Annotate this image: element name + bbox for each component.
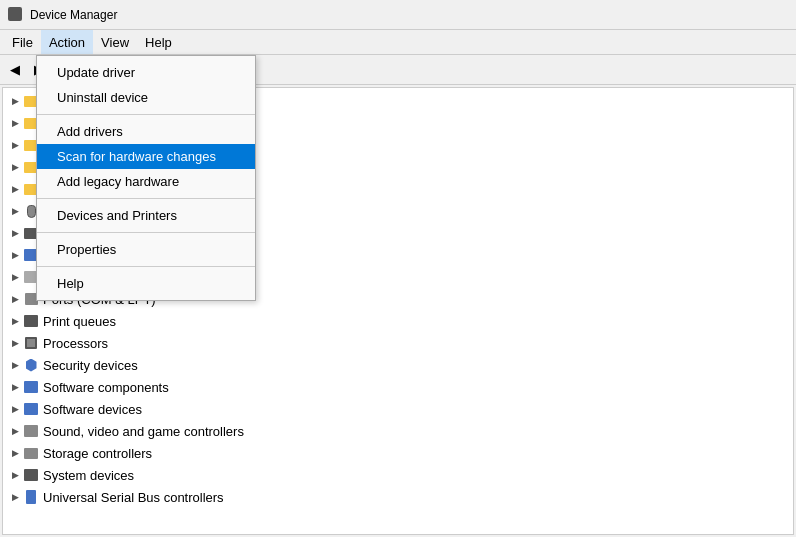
device-item-system[interactable]: ▶ System devices bbox=[3, 464, 793, 486]
processors-label: Processors bbox=[43, 336, 108, 351]
expand-icon-software-components: ▶ bbox=[7, 379, 23, 395]
device-item-print[interactable]: ▶ Print queues bbox=[3, 310, 793, 332]
security-label: Security devices bbox=[43, 358, 138, 373]
usb-label: Universal Serial Bus controllers bbox=[43, 490, 224, 505]
expand-icon: ▶ bbox=[7, 137, 23, 153]
app-icon bbox=[8, 7, 24, 23]
expand-icon: ▶ bbox=[7, 93, 23, 109]
separator-3 bbox=[37, 232, 255, 233]
menu-help[interactable]: Help bbox=[137, 30, 180, 54]
menu-item-properties[interactable]: Properties bbox=[37, 237, 255, 262]
storage-icon bbox=[23, 445, 39, 461]
expand-icon-network: ▶ bbox=[7, 247, 23, 263]
window-title: Device Manager bbox=[30, 8, 117, 22]
device-item-software-components[interactable]: ▶ Software components bbox=[3, 376, 793, 398]
separator-1 bbox=[37, 114, 255, 115]
software-devices-icon bbox=[23, 401, 39, 417]
expand-icon-mice: ▶ bbox=[7, 203, 23, 219]
menu-item-add-drivers[interactable]: Add drivers bbox=[37, 119, 255, 144]
menu-file[interactable]: File bbox=[4, 30, 41, 54]
menu-item-add-legacy[interactable]: Add legacy hardware bbox=[37, 169, 255, 194]
separator-2 bbox=[37, 198, 255, 199]
print-label: Print queues bbox=[43, 314, 116, 329]
expand-icon-sound: ▶ bbox=[7, 423, 23, 439]
device-item-sound[interactable]: ▶ Sound, video and game controllers bbox=[3, 420, 793, 442]
action-dropdown-menu: Update driver Uninstall device Add drive… bbox=[36, 55, 256, 301]
security-icon bbox=[23, 357, 39, 373]
software-devices-label: Software devices bbox=[43, 402, 142, 417]
menu-item-scan-hardware[interactable]: Scan for hardware changes bbox=[37, 144, 255, 169]
system-label: System devices bbox=[43, 468, 134, 483]
expand-icon-other: ▶ bbox=[7, 269, 23, 285]
menu-item-update-driver[interactable]: Update driver bbox=[37, 60, 255, 85]
sound-icon bbox=[23, 423, 39, 439]
expand-icon-monitors: ▶ bbox=[7, 225, 23, 241]
expand-icon-processors: ▶ bbox=[7, 335, 23, 351]
menu-item-help[interactable]: Help bbox=[37, 271, 255, 296]
device-item-security[interactable]: ▶ Security devices bbox=[3, 354, 793, 376]
menu-bar: File Action View Help bbox=[0, 30, 796, 55]
software-components-icon bbox=[23, 379, 39, 395]
processors-icon bbox=[23, 335, 39, 351]
print-icon bbox=[23, 313, 39, 329]
menu-item-devices-printers[interactable]: Devices and Printers bbox=[37, 203, 255, 228]
expand-icon-system: ▶ bbox=[7, 467, 23, 483]
menu-view[interactable]: View bbox=[93, 30, 137, 54]
system-icon bbox=[23, 467, 39, 483]
toolbar-back[interactable]: ◀ bbox=[4, 59, 26, 81]
expand-icon-usb: ▶ bbox=[7, 489, 23, 505]
menu-action[interactable]: Action bbox=[41, 30, 93, 54]
sound-label: Sound, video and game controllers bbox=[43, 424, 244, 439]
expand-icon-print: ▶ bbox=[7, 313, 23, 329]
expand-icon-software-devices: ▶ bbox=[7, 401, 23, 417]
expand-icon-ports: ▶ bbox=[7, 291, 23, 307]
usb-icon bbox=[23, 489, 39, 505]
device-item-software-devices[interactable]: ▶ Software devices bbox=[3, 398, 793, 420]
expand-icon: ▶ bbox=[7, 159, 23, 175]
title-bar: Device Manager bbox=[0, 0, 796, 30]
expand-icon-security: ▶ bbox=[7, 357, 23, 373]
expand-icon: ▶ bbox=[7, 181, 23, 197]
storage-label: Storage controllers bbox=[43, 446, 152, 461]
menu-item-uninstall-device[interactable]: Uninstall device bbox=[37, 85, 255, 110]
expand-icon: ▶ bbox=[7, 115, 23, 131]
device-item-processors[interactable]: ▶ Processors bbox=[3, 332, 793, 354]
device-item-storage[interactable]: ▶ Storage controllers bbox=[3, 442, 793, 464]
device-item-usb[interactable]: ▶ Universal Serial Bus controllers bbox=[3, 486, 793, 508]
separator-4 bbox=[37, 266, 255, 267]
software-components-label: Software components bbox=[43, 380, 169, 395]
expand-icon-storage: ▶ bbox=[7, 445, 23, 461]
